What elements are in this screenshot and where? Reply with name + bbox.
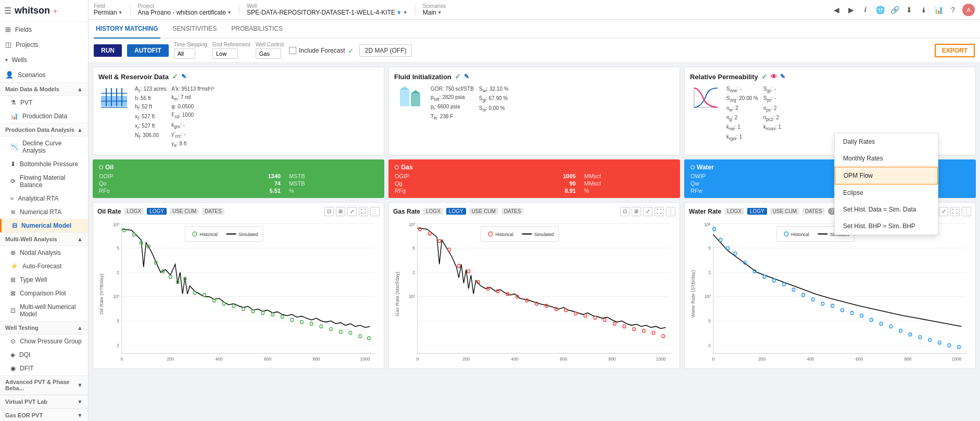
sidebar-item-flowing-mb[interactable]: ⟳ Flowing Material Balance	[0, 171, 88, 192]
section-well-testing[interactable]: Well Testing ▲	[0, 321, 88, 335]
gas-chart-title: Gas Rate	[393, 208, 420, 215]
water-expand-icon[interactable]: ⤢	[939, 207, 948, 216]
sidebar-item-fields[interactable]: ⊞ Fields	[0, 22, 88, 37]
chevron-up-icon-3: ▲	[77, 236, 83, 242]
oil-logx-tag[interactable]: LOGX	[124, 208, 144, 215]
gas-use-cum-tag[interactable]: USE CUM	[469, 208, 498, 215]
dropdown-monthly-rates[interactable]: Monthly Rates	[835, 150, 938, 167]
dropdown-set-hist-bhp[interactable]: Set Hist. BHP = Sim. BHP	[835, 218, 938, 234]
sidebar-item-scenarios[interactable]: 👤 Scenarios	[0, 67, 88, 82]
link-icon[interactable]: 🔗	[889, 5, 900, 15]
gas-select-icon[interactable]: ⊡	[620, 207, 630, 216]
gas-more-icon[interactable]: ⋮	[666, 207, 675, 216]
chevron-down-icon: ▼	[77, 382, 83, 388]
svg-text:Historical: Historical	[791, 231, 809, 237]
sidebar-item-numerical-rta[interactable]: ≋ Numerical RTA	[0, 205, 88, 219]
section-advanced-pvt[interactable]: Advanced PVT & Phase Beha... ▼	[0, 375, 88, 395]
sidebar-item-dqi[interactable]: ◈ DQI	[0, 348, 88, 362]
info-icon[interactable]: i	[860, 5, 871, 15]
water-more-icon[interactable]: ⋮	[962, 207, 971, 216]
sidebar-item-decline-curve[interactable]: 📉 Decline Curve Analysis	[0, 137, 88, 157]
water-dates-tag[interactable]: DATES	[802, 208, 825, 215]
oil-rate-chart: Oil Rate LOGX LOGY USE CUM DATES ⊡ ⊞ ⤢ ⛶…	[93, 202, 384, 369]
section-gas-eor[interactable]: Gas EOR PVT ▼	[0, 408, 88, 421]
sidebar-item-dfit[interactable]: ◉ DFIT	[0, 362, 88, 375]
dropdown-eclipse[interactable]: Eclipse	[835, 184, 938, 201]
run-button[interactable]: RUN	[94, 44, 122, 57]
water-logx-tag[interactable]: LOGX	[724, 208, 744, 215]
project-dropdown[interactable]: Ana Proano - whitson certificate ▼	[138, 9, 232, 16]
globe-icon[interactable]: 🌐	[875, 5, 885, 15]
sidebar-item-production-data[interactable]: 📊 Production Data	[0, 109, 88, 123]
oil-expand-icon[interactable]: ⤢	[347, 207, 357, 216]
gas-dates-tag[interactable]: DATES	[501, 208, 524, 215]
dropdown-daily-rates[interactable]: Daily Rates	[835, 133, 938, 150]
sidebar-item-wells[interactable]: ▪ Wells	[0, 52, 88, 67]
water-fullscreen-icon[interactable]: ⛶	[950, 207, 960, 216]
tab-probabilistics[interactable]: PROBABILISTICS	[229, 20, 285, 39]
water-use-cum-tag[interactable]: USE CUM	[770, 208, 799, 215]
sidebar-item-chow[interactable]: ⊙ Chow Pressure Group	[0, 335, 88, 348]
sidebar-item-numerical-model[interactable]: ⊟ Numerical Model	[0, 219, 88, 232]
svg-text:0: 0	[416, 356, 419, 362]
sidebar-item-bottomhole[interactable]: ⬇ Bottomhole Pressure	[0, 157, 88, 171]
well-dropdown[interactable]: SPE-DATA-REPOSITORY-DATASET-1-WELL-4-KIT…	[247, 9, 408, 16]
oil-logy-tag[interactable]: LOGY	[147, 208, 167, 215]
rel-perm-title: Relative Permeability ✓ 👁 ✎	[690, 72, 970, 81]
tab-history-matching[interactable]: HISTORY MATCHING	[94, 20, 160, 39]
oil-fullscreen-icon[interactable]: ⛶	[359, 207, 368, 216]
sidebar-item-comparison[interactable]: ⊠ Comparison Plot	[0, 287, 88, 300]
back-icon[interactable]: ◀	[831, 5, 841, 15]
oil-more-icon[interactable]: ⋮	[370, 207, 380, 216]
sidebar-item-nodal[interactable]: ⊕ Nodal Analysis	[0, 246, 88, 259]
water-logy-tag[interactable]: LOGY	[747, 208, 767, 215]
sidebar-item-auto-forecast[interactable]: ⚡ Auto-Forecast	[0, 259, 88, 273]
well-control-select[interactable]: Gas	[256, 48, 281, 59]
hamburger-icon[interactable]: ☰	[4, 6, 11, 16]
relperm-eye-icon[interactable]: 👁	[771, 73, 777, 80]
oil-grid-icon[interactable]: ⊞	[336, 207, 345, 216]
gas-logx-tag[interactable]: LOGX	[423, 208, 443, 215]
time-stepping-select[interactable]: All	[174, 48, 195, 59]
gas-logy-tag[interactable]: LOGY	[446, 208, 466, 215]
thermometer-icon[interactable]: 🌡	[919, 5, 929, 15]
field-dropdown[interactable]: Permian ▼	[94, 9, 123, 16]
sidebar-item-type-well[interactable]: ⊞ Type Well	[0, 273, 88, 287]
fluid-edit-icon[interactable]: ✎	[464, 73, 469, 80]
pvt-icon: ⚗	[10, 99, 16, 106]
section-main-data[interactable]: Main Data & Models ▲	[0, 82, 88, 96]
oil-select-icon[interactable]: ⊡	[324, 207, 334, 216]
autofit-button[interactable]: AUTOFIT	[127, 44, 169, 57]
chart-icon[interactable]: 📊	[933, 5, 944, 15]
user-avatar[interactable]: A	[962, 4, 975, 16]
dropdown-opm-flow[interactable]: OPM Flow	[835, 167, 938, 184]
dropdown-set-hist-data[interactable]: Set Hist. Data = Sim. Data	[835, 201, 938, 218]
oil-summary-card: Oil OOIP 1340 MSTB Qo 74 MSTB RFo 5.51 %	[93, 159, 384, 198]
scenario-dropdown[interactable]: Main ▼	[423, 9, 446, 16]
export-button[interactable]: EXPORT	[935, 44, 975, 57]
sidebar-item-multi-numerical[interactable]: ⊡ Multi-well Numerical Model	[0, 300, 88, 321]
gas-fullscreen-icon[interactable]: ⛶	[655, 207, 664, 216]
gas-summary-card: Gas OGIP 1005 MMscf Qg 90 MMscf RFg 8.91…	[388, 159, 680, 198]
sidebar-item-pvt[interactable]: ⚗ PVT	[0, 96, 88, 109]
well-edit-icon[interactable]: ✎	[181, 73, 186, 80]
section-multi-well[interactable]: Multi-Well Analysis ▲	[0, 232, 88, 246]
tab-sensitivities[interactable]: SENSITIVITIES	[171, 20, 219, 39]
project-selector: Project Ana Proano - whitson certificate…	[138, 3, 232, 16]
forward-icon[interactable]: ▶	[846, 5, 856, 15]
question-icon[interactable]: ?	[948, 5, 958, 15]
include-forecast-checkbox[interactable]	[289, 47, 296, 54]
gas-expand-icon[interactable]: ⤢	[643, 207, 652, 216]
grid-refinement-select[interactable]: Low	[212, 48, 238, 59]
map-2d-button[interactable]: 2D MAP (OFF)	[359, 44, 412, 57]
oil-dates-tag[interactable]: DATES	[202, 208, 224, 215]
section-production-analysis[interactable]: Production Data Analysis ▲	[0, 123, 88, 137]
gas-grid-icon[interactable]: ⊞	[632, 207, 641, 216]
download-icon[interactable]: ⬇	[904, 5, 914, 15]
section-virtual-pvt[interactable]: Virtual PVT Lab ▼	[0, 395, 88, 408]
sidebar-item-analytical-rta[interactable]: ≈ Analytical RTA	[0, 192, 88, 205]
relperm-edit-icon[interactable]: ✎	[780, 73, 785, 80]
sidebar-item-projects[interactable]: ◫ Projects	[0, 37, 88, 52]
oil-use-cum-tag[interactable]: USE CUM	[170, 208, 199, 215]
separator-1	[130, 5, 131, 15]
